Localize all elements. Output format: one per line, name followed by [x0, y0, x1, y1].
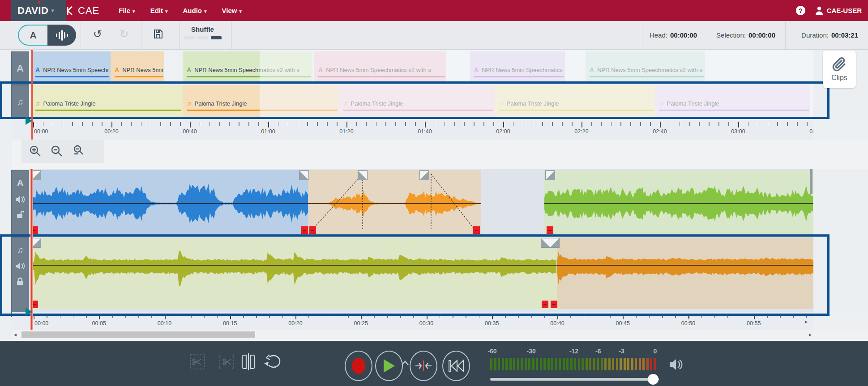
music-note-icon: ♫: [17, 245, 23, 255]
fade-handle[interactable]: [419, 170, 429, 180]
meter-segment: [502, 358, 504, 370]
overview-jingle-track-header[interactable]: ♫: [11, 85, 29, 119]
scissors-brackets-icon: [218, 354, 235, 369]
meter-segment: [624, 358, 626, 370]
audio-clip[interactable]: [544, 170, 813, 235]
david-logo[interactable]: DAVID ▾: [11, 0, 66, 21]
edit-marker[interactable]: [542, 301, 548, 308]
lock-open-icon[interactable]: [16, 211, 24, 219]
volume-slider[interactable]: [490, 378, 659, 381]
play-options-caret-icon[interactable]: [401, 361, 409, 366]
record-icon: [351, 357, 366, 375]
audio-clip[interactable]: [308, 170, 481, 235]
volume-slider-knob[interactable]: [648, 374, 658, 385]
fade-handle[interactable]: [550, 238, 560, 248]
go-to-playhead-button[interactable]: [410, 351, 437, 381]
menu-edit[interactable]: Edit▾: [150, 7, 168, 14]
ruler-right-filler: [813, 120, 868, 140]
edit-marker[interactable]: [551, 301, 557, 308]
redo-button[interactable]: ↻: [117, 27, 131, 41]
audio-clip[interactable]: [557, 238, 813, 309]
ruler-label: 02:40: [653, 128, 667, 135]
track2-header[interactable]: ♫: [11, 238, 29, 317]
zoom-fit-button[interactable]: [71, 144, 86, 159]
lock-closed-icon[interactable]: [17, 277, 24, 285]
meter-db-label: -6: [595, 348, 601, 355]
edit-timeline-ruler[interactable]: 00:0000:0500:1000:1500:2000:2500:3000:35…: [12, 312, 813, 330]
play-icon: [382, 358, 396, 373]
help-icon[interactable]: ?: [796, 6, 805, 15]
split-clip-button[interactable]: [241, 353, 256, 372]
zoom-out-button[interactable]: [49, 144, 64, 159]
audio-clip[interactable]: [31, 170, 308, 235]
menu-view[interactable]: View▾: [222, 7, 242, 14]
clip-name: NPR News 5min Speechmatics v2 with s: [122, 67, 163, 73]
meter-segment: [597, 358, 599, 370]
split-icon: [241, 353, 256, 370]
fade-handle[interactable]: [545, 170, 555, 180]
meter-db-label: -3: [619, 348, 624, 355]
meter-segment: [494, 358, 496, 370]
meter-segment: [642, 358, 645, 370]
horizontal-scrollbar[interactable]: ◂ ▸: [12, 330, 868, 341]
ruler-label: 01:40: [418, 128, 432, 135]
cut-at-playhead-button[interactable]: [218, 354, 235, 371]
edit-marker[interactable]: [473, 226, 480, 234]
audio-clip[interactable]: [31, 238, 557, 309]
fade-handle[interactable]: [299, 170, 309, 180]
edit-playhead[interactable]: [30, 169, 33, 330]
chevron-down-icon: ▾: [165, 8, 168, 14]
ruler-label: 03:20: [809, 128, 813, 135]
edit-marker[interactable]: [309, 226, 316, 234]
rewind-to-start-button[interactable]: [442, 351, 470, 381]
save-button[interactable]: [151, 27, 165, 41]
scrollbar-thumb[interactable]: [21, 331, 255, 338]
undo-button[interactable]: ↺: [91, 27, 104, 41]
david-logo-red-dot: [38, 1, 40, 4]
overview-timeline-ruler[interactable]: 00:0000:2000:4001:0001:2001:4002:0002:20…: [12, 120, 813, 140]
overview-clip[interactable]: ANPR News 5min Speechmatics v2 with s: [111, 51, 164, 84]
meter-segment: [525, 358, 527, 370]
ruler-scroll-right-icon[interactable]: ▸: [805, 318, 808, 325]
edit-marker[interactable]: [547, 226, 553, 234]
overview-clip[interactable]: ♫Paloma Triste Jingle: [31, 85, 183, 118]
overview-track-a-header[interactable]: A: [11, 51, 29, 85]
fade-handle[interactable]: [358, 170, 368, 180]
track1-header[interactable]: A: [11, 170, 29, 243]
zoom-in-button[interactable]: [28, 144, 43, 159]
meter-db-label: -60: [487, 348, 496, 355]
scroll-left-icon[interactable]: ◂: [14, 331, 17, 338]
clips-panel-label: Clips: [831, 74, 847, 82]
menu-file[interactable]: File▾: [119, 7, 135, 14]
edit-marker[interactable]: [301, 226, 308, 234]
playhead-flag-icon[interactable]: [26, 117, 32, 125]
ruler-label: 01:20: [339, 128, 353, 135]
play-button[interactable]: [375, 351, 403, 381]
fade-handle[interactable]: [541, 238, 551, 248]
overview-clip[interactable]: ANPR News 5min Speechmatics v2 with s: [31, 51, 111, 84]
clips-panel-button[interactable]: Clips: [823, 51, 856, 88]
scissors-dashed-box-icon: [190, 354, 205, 369]
cut-selection-button[interactable]: [190, 354, 205, 371]
revert-take-button[interactable]: [263, 353, 282, 372]
shuffle-button[interactable]: Shuffle: [181, 25, 224, 39]
ruler-label: 00:15: [223, 320, 237, 327]
ruler-label: 00:20: [288, 320, 302, 327]
overview-playhead: [31, 50, 33, 140]
meter-segment: [532, 358, 534, 370]
user-icon: [815, 6, 823, 15]
user-menu[interactable]: CAE-USER: [815, 6, 862, 15]
record-button[interactable]: [345, 351, 372, 381]
ruler-label: 02:00: [496, 128, 510, 135]
playhead-flag-icon[interactable]: [26, 308, 32, 316]
vertical-scrollbar[interactable]: [810, 169, 812, 194]
chevron-down-icon: ▾: [239, 8, 242, 14]
menu-audio[interactable]: Audio▾: [183, 7, 207, 14]
level-meter: [490, 358, 658, 370]
music-note-icon: ♫: [17, 97, 23, 107]
mode-waveform-button[interactable]: [47, 25, 76, 46]
mode-text-button[interactable]: A: [18, 25, 47, 46]
zoom-controls-row: [12, 140, 868, 169]
speaker-icon[interactable]: [669, 359, 683, 370]
scroll-right-icon[interactable]: ▸: [809, 331, 812, 338]
